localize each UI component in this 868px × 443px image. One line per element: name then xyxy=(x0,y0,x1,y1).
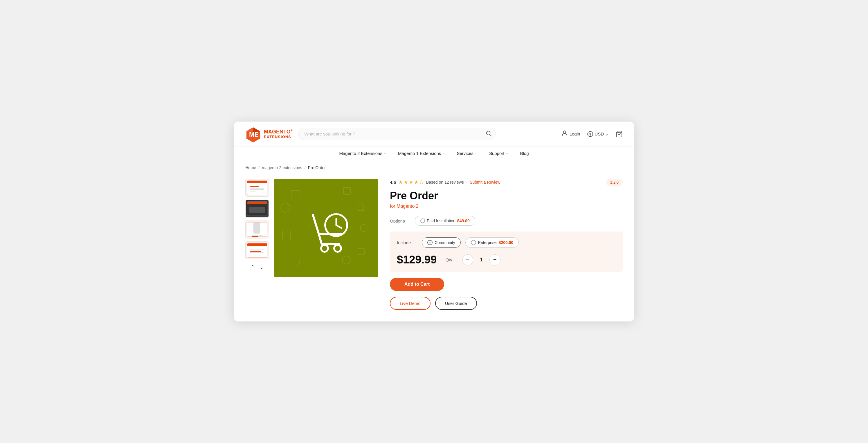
star-5: ☆ xyxy=(419,179,424,185)
svg-line-5 xyxy=(490,134,491,136)
breadcrumb-category[interactable]: magento-2-extensions xyxy=(262,165,302,170)
nav: Magento 2 Extensions ⌄ Magento 1 Extensi… xyxy=(234,147,634,160)
breadcrumb-sep-2: / xyxy=(305,165,306,170)
header: ME MAGENTO® EXTENSIONS xyxy=(234,122,634,147)
login-label: Login xyxy=(569,131,580,136)
breadcrumb-home[interactable]: Home xyxy=(245,165,256,170)
gallery-prev-button[interactable]: ⌃ xyxy=(251,264,255,270)
qty-label: Qty: xyxy=(445,257,454,262)
add-to-cart-button[interactable]: Add to Cart xyxy=(390,278,444,291)
star-1: ★ xyxy=(398,179,403,185)
svg-point-17 xyxy=(281,203,290,212)
nav-magento1-chevron-icon: ⌄ xyxy=(442,151,445,155)
svg-text:S: S xyxy=(589,132,591,136)
nav-blog-label: Blog xyxy=(520,151,529,156)
svg-rect-13 xyxy=(282,231,290,239)
thumbnail-2[interactable] xyxy=(245,200,269,217)
breadcrumb-current: Pre Order xyxy=(308,165,326,170)
browser-window: ME MAGENTO® EXTENSIONS xyxy=(234,122,634,321)
currency-label: USD xyxy=(594,131,604,136)
version-badge: 1.2.0 xyxy=(606,179,623,186)
logo[interactable]: ME MAGENTO® EXTENSIONS xyxy=(245,126,292,142)
currency-chevron-icon: ⌄ xyxy=(605,131,609,137)
user-icon xyxy=(561,130,568,138)
logo-extensions-text: EXTENSIONS xyxy=(264,135,292,139)
product-gallery: ⌃ ⌄ xyxy=(245,179,378,310)
svg-rect-11 xyxy=(343,188,350,194)
logo-text: MAGENTO® EXTENSIONS xyxy=(264,129,292,139)
product-subtitle: for Magento 2 xyxy=(390,204,623,209)
reviews-text: Based on 12 reviews xyxy=(426,180,464,184)
price-qty-row: $129.99 Qty: − 1 + xyxy=(397,253,616,266)
paid-installation-price: $49.00 xyxy=(457,218,470,223)
svg-point-16 xyxy=(342,256,350,264)
main-content: ⌃ ⌄ xyxy=(234,173,634,321)
rating-left: 4.5 ★ ★ ★ ★ ☆ Based on 12 reviews · Subm… xyxy=(390,179,500,185)
review-dot: · xyxy=(466,179,467,185)
enterprise-price: $200.00 xyxy=(499,240,514,245)
nav-support-chevron-icon: ⌄ xyxy=(506,151,508,155)
product-title: Pre Order xyxy=(390,190,623,202)
search-button[interactable] xyxy=(486,130,492,138)
options-row: Options Paid Installation $49.00 xyxy=(390,216,623,226)
user-guide-button[interactable]: User Guide xyxy=(435,297,477,310)
nav-magento1-extensions[interactable]: Magento 1 Extensions ⌄ xyxy=(398,151,445,156)
nav-services-label: Services xyxy=(457,151,473,156)
gallery-next-button[interactable]: ⌄ xyxy=(259,264,264,270)
nav-magento2-extensions[interactable]: Magento 2 Extensions ⌄ xyxy=(339,151,386,156)
qty-value: 1 xyxy=(478,257,485,263)
qty-controls: − 1 + xyxy=(462,254,500,266)
qty-decrease-button[interactable]: − xyxy=(462,254,473,266)
product-price: $129.99 xyxy=(397,253,437,266)
thumbnails: ⌃ ⌄ xyxy=(245,179,269,310)
nav-support[interactable]: Support ⌄ xyxy=(489,151,508,156)
submit-review-link[interactable]: Submit a Review xyxy=(470,180,500,184)
options-label: Options xyxy=(390,218,410,224)
star-4: ★ xyxy=(414,179,418,185)
community-option[interactable]: ✓ Community xyxy=(422,237,461,248)
svg-rect-12 xyxy=(358,205,364,211)
svg-text:ME: ME xyxy=(249,131,259,138)
thumbnail-3[interactable] xyxy=(245,220,269,238)
breadcrumb-sep-1: / xyxy=(258,165,259,170)
thumbnail-1[interactable] xyxy=(245,179,269,197)
thumbnail-4[interactable] xyxy=(245,241,269,259)
logo-magento-text: MAGENTO® xyxy=(264,129,292,135)
stars: ★ ★ ★ ★ ☆ xyxy=(398,179,424,185)
search-input[interactable] xyxy=(298,128,496,140)
rating-score: 4.5 xyxy=(390,180,396,185)
star-3: ★ xyxy=(409,179,413,185)
product-info: 4.5 ★ ★ ★ ★ ☆ Based on 12 reviews · Subm… xyxy=(390,179,623,310)
nav-services-chevron-icon: ⌄ xyxy=(475,151,477,155)
options-section: Options Paid Installation $49.00 xyxy=(390,216,623,226)
include-label: Include xyxy=(397,240,417,245)
cart-icon[interactable] xyxy=(616,131,623,138)
svg-point-20 xyxy=(334,245,341,252)
main-product-image xyxy=(274,179,378,277)
svg-rect-15 xyxy=(294,260,299,265)
community-check-icon: ✓ xyxy=(427,240,433,245)
paid-installation-option[interactable]: Paid Installation $49.00 xyxy=(415,216,475,226)
nav-magento2-chevron-icon: ⌄ xyxy=(384,151,386,155)
enterprise-radio-icon xyxy=(471,240,476,245)
header-actions: Login S USD ⌄ xyxy=(561,130,623,138)
svg-point-18 xyxy=(360,225,367,232)
svg-point-19 xyxy=(321,245,328,252)
nav-services[interactable]: Services ⌄ xyxy=(457,151,477,156)
nav-support-label: Support xyxy=(489,151,504,156)
breadcrumb: Home / magento-2-extensions / Pre Order xyxy=(234,160,634,173)
qty-increase-button[interactable]: + xyxy=(490,254,500,266)
enterprise-label: Enterprise xyxy=(478,240,497,245)
paid-installation-radio-icon xyxy=(421,218,425,223)
live-demo-button[interactable]: Live Demo xyxy=(390,297,431,310)
nav-blog[interactable]: Blog xyxy=(520,151,529,156)
currency-selector[interactable]: S USD ⌄ xyxy=(587,131,609,137)
enterprise-option[interactable]: Enterprise $200.00 xyxy=(465,237,519,248)
login-link[interactable]: Login xyxy=(561,130,580,138)
svg-rect-10 xyxy=(291,190,300,199)
include-section: Include ✓ Community Enterprise $200.00 $… xyxy=(390,232,623,272)
paid-installation-label: Paid Installation xyxy=(427,218,456,223)
svg-line-23 xyxy=(336,225,341,228)
star-2: ★ xyxy=(404,179,408,185)
search-bar xyxy=(298,128,496,140)
